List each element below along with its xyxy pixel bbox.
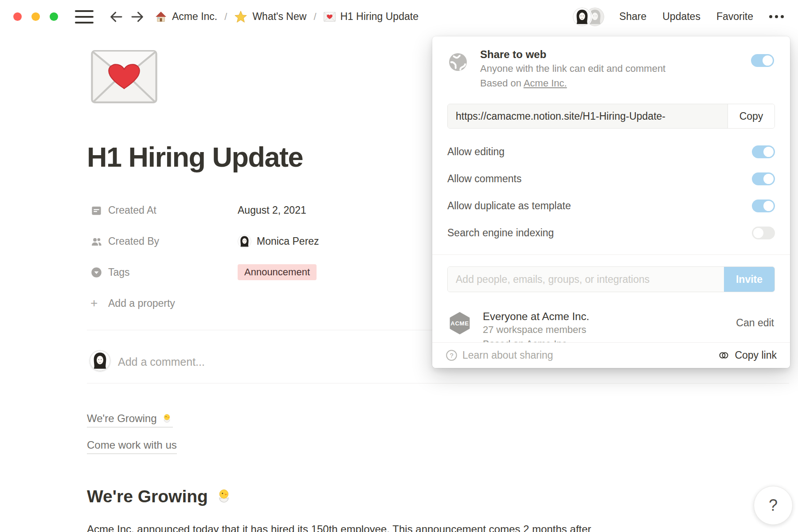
share-options-list: Allow editing Allow comments Allow dupli…: [447, 138, 775, 246]
share-url-row: https://camacme.notion.site/H1-Hiring-Up…: [447, 104, 775, 129]
window-controls: [13, 12, 58, 21]
breadcrumb-separator: /: [224, 11, 227, 23]
tag-announcement[interactable]: Announcement: [238, 264, 317, 280]
zoom-window-button[interactable]: [50, 12, 58, 21]
close-window-button[interactable]: [13, 12, 22, 21]
breadcrumb-item-whats-new[interactable]: What's New: [234, 10, 306, 23]
search-indexing-toggle[interactable]: [752, 227, 775, 239]
back-arrow-icon[interactable]: [109, 9, 124, 24]
based-on-prefix: Based on: [480, 78, 521, 89]
property-row-tags: Tags Announcement: [90, 262, 319, 282]
toc-link-come-work-with-us[interactable]: Come work with us: [87, 439, 177, 454]
breadcrumb-label: What's New: [252, 11, 306, 23]
option-row-allow-editing: Allow editing: [447, 138, 775, 165]
forward-arrow-icon[interactable]: [130, 9, 145, 24]
option-row-allow-duplicate: Allow duplicate as template: [447, 192, 775, 219]
property-label[interactable]: Created At: [108, 204, 238, 216]
breadcrumb-item-current-page[interactable]: H1 Hiring Update: [324, 11, 419, 23]
share-to-web-section: Share to web Anyone with the link can ed…: [432, 36, 790, 90]
more-options-icon[interactable]: [769, 15, 784, 18]
permission-level-dropdown[interactable]: Can edit: [736, 317, 774, 329]
property-value-date[interactable]: August 2, 2021: [238, 204, 306, 216]
allow-editing-toggle[interactable]: [752, 145, 775, 158]
property-label[interactable]: Tags: [108, 266, 238, 278]
add-comment-input[interactable]: Add a comment...: [118, 356, 205, 368]
option-label: Allow editing: [447, 146, 505, 158]
share-button[interactable]: Share: [619, 11, 646, 23]
favorite-button[interactable]: Favorite: [716, 11, 753, 23]
avatar-collaborator-1[interactable]: [573, 8, 591, 26]
invite-row: Invite: [447, 266, 775, 292]
breadcrumb: Acme Inc. / What's New / H1 Hiring Updat…: [155, 10, 419, 23]
option-label: Allow comments: [447, 173, 521, 185]
acme-workspace-icon: [447, 311, 472, 336]
add-property-label: Add a property: [108, 297, 238, 309]
minimize-window-button[interactable]: [31, 12, 40, 21]
learn-about-sharing-link[interactable]: Learn about sharing: [446, 349, 553, 361]
property-row-created-by: Created By Monica Perez: [90, 231, 319, 251]
copy-url-button[interactable]: Copy: [728, 104, 775, 128]
breadcrumb-separator: /: [313, 11, 316, 23]
page-title[interactable]: H1 Hiring Update: [87, 141, 303, 173]
invite-button[interactable]: Invite: [724, 267, 775, 292]
member-group-name: Everyone at Acme Inc.: [483, 310, 589, 323]
learn-about-sharing-label: Learn about sharing: [462, 349, 553, 361]
allow-comments-toggle[interactable]: [752, 172, 775, 185]
member-group-detail: 27 workspace members: [483, 323, 589, 336]
option-row-allow-comments: Allow comments: [447, 165, 775, 192]
allow-duplicate-toggle[interactable]: [752, 200, 775, 212]
based-on-text: Based on Acme Inc.: [480, 76, 751, 90]
page-icon-love-letter[interactable]: [90, 50, 158, 104]
section-heading[interactable]: We're Growing: [87, 487, 233, 506]
add-property-row[interactable]: + Add a property: [90, 293, 319, 313]
collaborator-avatars: [573, 8, 604, 26]
based-on-workspace-link[interactable]: Acme Inc.: [524, 78, 567, 89]
help-button[interactable]: ?: [754, 486, 793, 525]
popover-footer: Learn about sharing Copy link: [432, 342, 790, 368]
updates-button[interactable]: Updates: [662, 11, 700, 23]
toc-link-label: Come work with us: [87, 439, 177, 451]
option-label: Allow duplicate as template: [447, 200, 571, 212]
breadcrumb-label: Acme Inc.: [172, 11, 217, 23]
property-row-created-at: Created At August 2, 2021: [90, 200, 319, 220]
property-value-person[interactable]: Monica Perez: [238, 235, 319, 248]
toc-link-were-growing[interactable]: We're Growing: [87, 412, 173, 427]
table-of-contents: We're Growing Come work with us: [87, 412, 177, 454]
share-url-field[interactable]: https://camacme.notion.site/H1-Hiring-Up…: [448, 104, 728, 128]
share-popover: Share to web Anyone with the link can ed…: [432, 36, 790, 368]
link-icon: [718, 349, 730, 361]
notion-window: Acme Inc. / What's New / H1 Hiring Updat…: [0, 0, 798, 532]
share-to-web-toggle[interactable]: [751, 54, 774, 67]
option-label: Search engine indexing: [447, 227, 554, 239]
property-label[interactable]: Created By: [108, 235, 238, 247]
property-list: Created At August 2, 2021 Created By Mon…: [90, 200, 319, 313]
sidebar-menu-icon[interactable]: [75, 10, 94, 23]
person-name: Monica Perez: [257, 235, 319, 247]
breadcrumb-label: H1 Hiring Update: [340, 11, 419, 23]
option-row-search-indexing: Search engine indexing: [447, 219, 775, 246]
share-to-web-title: Share to web: [480, 48, 751, 61]
avatar-current-user: [90, 350, 110, 371]
copy-link-button[interactable]: Copy link: [718, 349, 777, 361]
calendar-icon: [90, 204, 102, 216]
love-letter-icon: [324, 12, 336, 22]
body-paragraph[interactable]: Acme Inc. announced today that it has hi…: [87, 523, 752, 532]
globe-icon: [447, 51, 469, 73]
title-bar: Acme Inc. / What's New / H1 Hiring Updat…: [0, 0, 798, 33]
share-to-web-subtitle: Anyone with the link can edit and commen…: [480, 61, 751, 76]
people-icon: [90, 235, 102, 247]
hatching-chick-icon: [215, 487, 233, 506]
invite-input[interactable]: [448, 267, 724, 292]
popover-divider: [432, 254, 790, 255]
breadcrumb-item-workspace[interactable]: Acme Inc.: [155, 11, 217, 23]
section-heading-text: We're Growing: [87, 487, 208, 506]
avatar-monica-perez: [238, 235, 251, 248]
workspace-members-row[interactable]: Everyone at Acme Inc. 27 workspace membe…: [447, 310, 775, 336]
hatching-chick-icon: [161, 413, 173, 425]
question-circle-icon: [446, 349, 458, 361]
section-divider: [87, 383, 789, 383]
select-chevron-icon: [90, 266, 102, 278]
copy-link-label: Copy link: [735, 349, 777, 361]
toc-link-label: We're Growing: [87, 412, 157, 425]
star-icon: [234, 10, 247, 23]
